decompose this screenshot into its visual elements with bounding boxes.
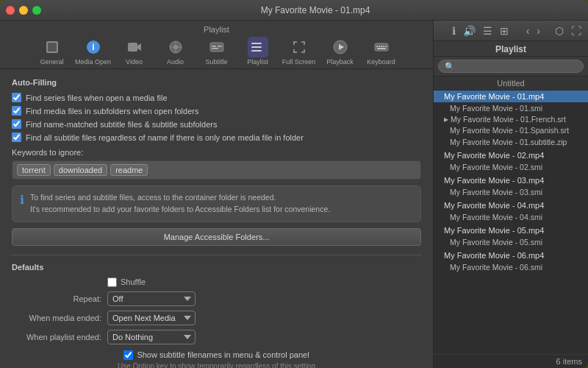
fullscreen-toolbar-icon[interactable]: ⛶	[569, 24, 584, 38]
playlist-sub-02-smi[interactable]: My Favorite Movie - 02.smi	[434, 161, 588, 173]
airplay-toolbar-icon[interactable]: ⬡	[553, 24, 566, 38]
svg-rect-20	[376, 46, 378, 47]
playlist-panel-header: Playlist	[434, 41, 588, 57]
when-playlist-ended-select[interactable]: Do Nothing Repeat Playlist Quit	[107, 330, 196, 344]
grid-toolbar-icon[interactable]: ⊞	[498, 24, 511, 38]
playlist-item-01-mp4-text: My Favorite Movie - 01.mp4	[444, 92, 544, 101]
checkbox-find-subtitles-label: Find name-matched subtitle files & subti…	[26, 120, 217, 129]
keywords-container[interactable]: torrent downloaded readme	[12, 160, 421, 180]
video-icon	[124, 37, 145, 57]
playlist-sub-05-smi-text: My Favorite Movie - 05.smi	[450, 238, 542, 247]
playlist-sub-01-zip-text: My Favorite Movie - 01.subtitle.zip	[450, 138, 567, 146]
playlist-sub-01-zip[interactable]: My Favorite Movie - 01.subtitle.zip	[434, 136, 588, 148]
playlist-sub-01-spanish[interactable]: My Favorite Movie - 01.Spanish.srt	[434, 124, 588, 136]
toolbar-item-video[interactable]: Video	[115, 37, 154, 66]
when-media-ended-label: When media ended:	[12, 314, 107, 322]
toolbar-item-playlist[interactable]: Playlist	[239, 37, 277, 66]
playlist-sub-05-smi[interactable]: My Favorite Movie - 05.smi	[434, 236, 588, 248]
playlist-item-04-mp4[interactable]: My Favorite Movie - 04.mp4	[434, 199, 588, 211]
speaker-toolbar-icon[interactable]: 🔊	[461, 24, 478, 38]
playlist-item-02-mp4[interactable]: My Favorite Movie - 02.mp4	[434, 149, 588, 161]
playlist-group-1: My Favorite Movie - 01.mp4 My Favorite M…	[434, 91, 588, 148]
info-toolbar-icon[interactable]: ℹ	[450, 24, 458, 38]
main-body: Playlist General i Media Open	[0, 21, 588, 368]
back-toolbar-icon[interactable]: ‹	[524, 24, 532, 38]
keyword-downloaded[interactable]: downloaded	[54, 164, 107, 176]
keyword-torrent[interactable]: torrent	[17, 164, 51, 176]
keyword-readme[interactable]: readme	[110, 164, 148, 176]
info-text: To find series and subtitle files, acces…	[30, 192, 330, 216]
playlist-sub-06-smi-text: My Favorite Movie - 06.smi	[450, 263, 542, 272]
svg-marker-5	[137, 43, 141, 51]
toolbar: Playlist General i Media Open	[0, 21, 433, 69]
subtitle-icon	[207, 37, 227, 57]
shuffle-row: Shuffle	[12, 277, 421, 287]
checkbox-find-subtitles[interactable]	[12, 119, 21, 129]
maximize-button[interactable]	[32, 6, 41, 15]
general-label: General	[40, 58, 63, 66]
svg-rect-13	[218, 46, 222, 47]
subtitle-checkbox-row: Show subtitle filenames in menu & contro…	[12, 350, 421, 369]
playlist-sub-03-smi-text: My Favorite Movie - 03.smi	[450, 188, 542, 197]
close-button[interactable]	[6, 6, 15, 15]
toolbar-item-keyboard[interactable]: Keyboard	[362, 37, 401, 66]
playlist-sub-01-french[interactable]: ▶ My Favorite Movie - 01.French.srt	[434, 114, 588, 124]
subtitle-filenames-checkbox[interactable]	[123, 350, 133, 360]
audio-icon	[165, 37, 186, 57]
playlist-sub-01-smi-text: My Favorite Movie - 01.smi	[450, 104, 542, 113]
toolbar-item-general[interactable]: General	[33, 37, 71, 66]
checkbox-row-find-series: Find series files when open a media file	[12, 93, 421, 102]
playlist-item-05-mp4-text: My Favorite Movie - 05.mp4	[444, 226, 544, 235]
playlist-sub-02-smi-text: My Favorite Movie - 02.smi	[450, 163, 542, 171]
svg-rect-4	[128, 43, 137, 52]
toolbar-item-subtitle[interactable]: Subtitle	[198, 37, 236, 66]
toolbar-item-audio[interactable]: Audio	[157, 37, 195, 66]
full-screen-label: Full Screen	[282, 58, 316, 66]
main-window: My Favorite Movie - 01.mp4 Playlist Gene…	[0, 0, 588, 368]
list-toolbar-icon[interactable]: ☰	[481, 24, 495, 38]
toolbar-item-media-open[interactable]: i Media Open	[74, 37, 112, 66]
playlist-sub-04-smi[interactable]: My Favorite Movie - 04.smi	[434, 211, 588, 223]
svg-rect-21	[379, 46, 380, 47]
right-panel: ℹ 🔊 ☰ ⊞ ‹ › ⬡ ⛶ Playlist Untitled	[434, 21, 588, 368]
playlist-group-2: My Favorite Movie - 02.mp4 My Favorite M…	[434, 149, 588, 173]
checkbox-find-all[interactable]	[12, 132, 21, 142]
when-playlist-ended-label: When playlist ended:	[12, 333, 107, 342]
info-box: ℹ To find series and subtitle files, acc…	[12, 185, 421, 222]
toolbar-item-playback[interactable]: Playback	[321, 37, 359, 66]
checkbox-find-media[interactable]	[12, 106, 21, 116]
settings-content: Auto-Filling Find series files when open…	[0, 69, 433, 368]
repeat-row: Repeat: Off One All	[12, 291, 421, 306]
shuffle-checkbox[interactable]	[107, 277, 117, 287]
toolbar-item-full-screen[interactable]: Full Screen	[280, 37, 318, 66]
when-media-ended-select[interactable]: Open Next Media Do Nothing Repeat Quit	[107, 311, 196, 325]
repeat-select[interactable]: Off One All	[107, 291, 196, 306]
playing-indicator: ▶	[444, 116, 448, 123]
checkbox-row-find-subtitles: Find name-matched subtitle files & subti…	[12, 119, 421, 129]
subtitle-filenames-label: Show subtitle filenames in menu & contro…	[137, 350, 309, 359]
playlist-item-05-mp4[interactable]: My Favorite Movie - 05.mp4	[434, 224, 588, 236]
playlist-item-01-mp4[interactable]: My Favorite Movie - 01.mp4	[434, 91, 588, 102]
checkbox-find-series[interactable]	[12, 93, 21, 102]
subtitle-note: Use Option key to show temporarily regar…	[118, 362, 315, 369]
when-media-ended-row: When media ended: Open Next Media Do Not…	[12, 311, 421, 325]
checkbox-find-series-label: Find series files when open a media file	[26, 93, 168, 102]
playlist-sub-06-smi[interactable]: My Favorite Movie - 06.smi	[434, 261, 588, 273]
playlist-item-03-mp4[interactable]: My Favorite Movie - 03.mp4	[434, 174, 588, 186]
media-open-label: Media Open	[75, 58, 111, 66]
checkbox-row-find-media: Find media files in subfolders when open…	[12, 106, 421, 116]
playlist-sub-03-smi[interactable]: My Favorite Movie - 03.smi	[434, 186, 588, 198]
playlist-item-06-mp4[interactable]: My Favorite Movie - 06.mp4	[434, 250, 588, 261]
subtitle-label: Subtitle	[205, 58, 227, 66]
forward-toolbar-icon[interactable]: ›	[534, 24, 542, 38]
playlist-group-3: My Favorite Movie - 03.mp4 My Favorite M…	[434, 174, 588, 198]
manage-folders-button[interactable]: Manage Accessible Folders...	[12, 228, 421, 246]
search-input[interactable]	[438, 60, 584, 73]
general-icon	[42, 37, 62, 57]
left-panel: Playlist General i Media Open	[0, 21, 434, 368]
playlist-items: My Favorite Movie - 01.mp4 My Favorite M…	[434, 91, 588, 354]
minimize-button[interactable]	[19, 6, 28, 15]
svg-text:i: i	[92, 42, 94, 52]
playlist-sub-01-smi[interactable]: My Favorite Movie - 01.smi	[434, 102, 588, 114]
keywords-label: Keywords to ignore:	[12, 148, 421, 157]
